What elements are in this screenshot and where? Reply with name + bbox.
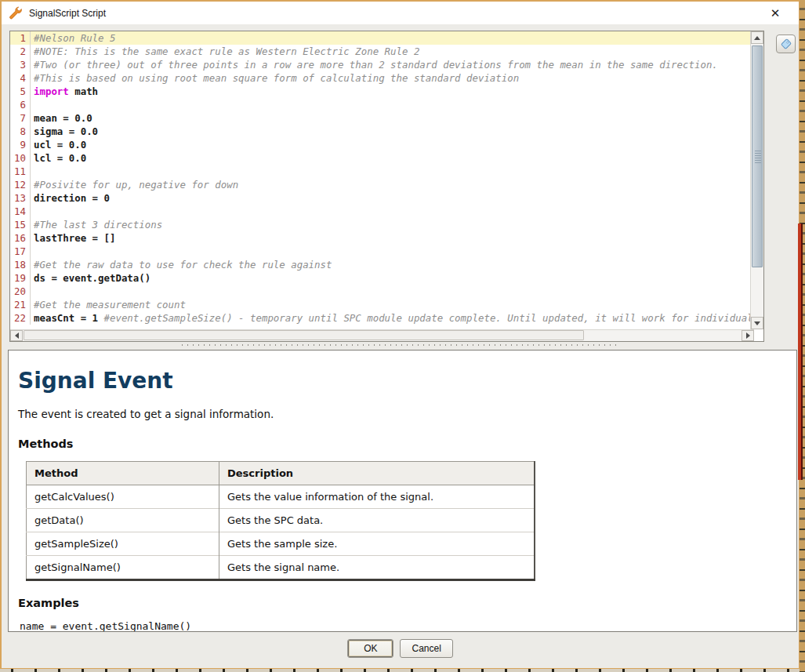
method-column-header: Method bbox=[27, 462, 219, 485]
methods-heading: Methods bbox=[18, 438, 785, 450]
line-number: 1 bbox=[10, 31, 31, 45]
line-number: 10 bbox=[10, 151, 31, 165]
table-row: getSignalName()Gets the signal name. bbox=[27, 556, 535, 580]
window-title: SignalScript Script bbox=[29, 8, 106, 19]
code-line[interactable]: 4#This is based on using root mean squar… bbox=[10, 71, 750, 85]
horizontal-scroll-thumb[interactable] bbox=[24, 330, 584, 340]
methods-table-body: getCalcValues()Gets the value informatio… bbox=[27, 485, 535, 580]
vertical-scroll-thumb[interactable] bbox=[752, 45, 763, 267]
line-number: 14 bbox=[10, 205, 31, 218]
code-line[interactable]: 17 bbox=[10, 245, 750, 258]
scroll-down-button[interactable] bbox=[751, 317, 763, 329]
line-number: 19 bbox=[10, 271, 31, 285]
description-cell: Gets the signal name. bbox=[219, 556, 535, 580]
method-cell: getSampleSize() bbox=[27, 532, 219, 556]
close-icon: ✕ bbox=[771, 6, 781, 20]
vertical-scrollbar[interactable] bbox=[750, 31, 763, 329]
code-line[interactable]: 18#Get the raw data to use for check the… bbox=[10, 258, 750, 271]
footer-button-row: OK Cancel bbox=[2, 639, 799, 658]
doc-title: Signal Event bbox=[18, 368, 785, 394]
code-line[interactable]: 1#Nelson Rule 5 bbox=[10, 31, 750, 45]
method-cell: getCalcValues() bbox=[27, 485, 219, 509]
line-number: 4 bbox=[10, 71, 31, 85]
code-line[interactable]: 22measCnt = 1 #event.getSampleSize() - t… bbox=[10, 311, 750, 325]
up-arrow-icon bbox=[754, 36, 760, 40]
right-arrow-icon bbox=[746, 332, 750, 339]
close-button[interactable]: ✕ bbox=[766, 5, 785, 22]
signalscript-dialog: SignalScript Script ✕ 1#Nelson Rule 52#N… bbox=[0, 0, 800, 670]
methods-table: Method Description getCalcValues()Gets t… bbox=[26, 461, 535, 581]
code-line[interactable]: 5import math bbox=[10, 85, 750, 98]
code-line[interactable]: 7mean = 0.0 bbox=[10, 111, 750, 125]
cancel-button[interactable]: Cancel bbox=[400, 639, 452, 658]
scroll-right-button[interactable] bbox=[742, 330, 754, 341]
ok-button[interactable]: OK bbox=[347, 639, 393, 658]
line-number: 21 bbox=[10, 298, 31, 311]
line-number: 13 bbox=[10, 191, 31, 205]
doc-intro: The event is created to get a signal inf… bbox=[18, 408, 785, 420]
description-cell: Gets the SPC data. bbox=[219, 509, 535, 532]
vertical-scroll-track[interactable] bbox=[751, 44, 763, 317]
code-line[interactable]: 2#NOTE: This is the same exact rule as W… bbox=[10, 45, 750, 58]
example-code: name = event.getSignalName() bbox=[20, 620, 785, 632]
examples-heading: Examples bbox=[18, 597, 785, 609]
line-number: 11 bbox=[10, 165, 31, 178]
scroll-up-button[interactable] bbox=[751, 31, 763, 44]
line-number: 5 bbox=[10, 85, 31, 98]
code-line[interactable]: 15#The last 3 directions bbox=[10, 218, 750, 231]
code-line[interactable]: 8sigma = 0.0 bbox=[10, 125, 750, 138]
code-line[interactable]: 3#Two (or three) out of three points in … bbox=[10, 58, 750, 71]
code-line[interactable]: 10lcl = 0.0 bbox=[10, 151, 750, 165]
code-line[interactable]: 11 bbox=[10, 165, 750, 178]
tag-button[interactable] bbox=[776, 35, 796, 53]
line-number: 20 bbox=[10, 285, 31, 298]
tag-icon bbox=[780, 38, 792, 50]
method-cell: getData() bbox=[27, 509, 219, 532]
code-line[interactable]: 16lastThree = [] bbox=[10, 231, 750, 245]
description-cell: Gets the sample size. bbox=[219, 532, 535, 556]
title-bar[interactable]: SignalScript Script bbox=[2, 2, 799, 24]
code-line[interactable]: 14 bbox=[10, 205, 750, 218]
line-number: 2 bbox=[10, 45, 31, 58]
line-number: 17 bbox=[10, 245, 31, 258]
table-row: getData()Gets the SPC data. bbox=[27, 509, 535, 532]
line-number: 7 bbox=[10, 111, 31, 125]
code-line[interactable]: 9ucl = 0.0 bbox=[10, 138, 750, 151]
line-number: 15 bbox=[10, 218, 31, 231]
code-line[interactable]: 6 bbox=[10, 98, 750, 111]
line-number: 22 bbox=[10, 311, 31, 325]
method-cell: getSignalName() bbox=[27, 556, 219, 580]
down-arrow-icon bbox=[754, 321, 760, 325]
line-number: 3 bbox=[10, 58, 31, 71]
scroll-left-button[interactable] bbox=[10, 330, 23, 341]
description-column-header: Description bbox=[219, 462, 535, 485]
pane-splitter[interactable] bbox=[182, 343, 621, 347]
line-number: 8 bbox=[10, 125, 31, 138]
table-row: getSampleSize()Gets the sample size. bbox=[27, 532, 535, 556]
code-line[interactable]: 13direction = 0 bbox=[10, 191, 750, 205]
table-header-row: Method Description bbox=[27, 462, 535, 485]
left-arrow-icon bbox=[15, 332, 19, 339]
line-number: 16 bbox=[10, 231, 31, 245]
code-line[interactable]: 12#Posivite for up, negative for down bbox=[10, 178, 750, 191]
code-lines[interactable]: 1#Nelson Rule 52#NOTE: This is the same … bbox=[10, 31, 750, 329]
line-number: 6 bbox=[10, 98, 31, 111]
description-cell: Gets the value information of the signal… bbox=[219, 485, 535, 509]
background-window-red-strip bbox=[798, 223, 803, 480]
code-line[interactable]: 21#Get the measurement count bbox=[10, 298, 750, 311]
table-row: getCalcValues()Gets the value informatio… bbox=[27, 485, 535, 509]
background-window-bottom-edge bbox=[0, 669, 800, 672]
horizontal-scrollbar[interactable] bbox=[10, 329, 754, 341]
horizontal-scroll-track[interactable] bbox=[23, 330, 742, 341]
line-number: 18 bbox=[10, 258, 31, 271]
code-editor[interactable]: 1#Nelson Rule 52#NOTE: This is the same … bbox=[9, 31, 764, 342]
code-line[interactable]: 20 bbox=[10, 285, 750, 298]
wrench-icon bbox=[8, 5, 23, 20]
line-number: 9 bbox=[10, 138, 31, 151]
code-line[interactable]: 19ds = event.getData() bbox=[10, 271, 750, 285]
documentation-panel: Signal Event The event is created to get… bbox=[8, 350, 797, 632]
line-number: 12 bbox=[10, 178, 31, 191]
